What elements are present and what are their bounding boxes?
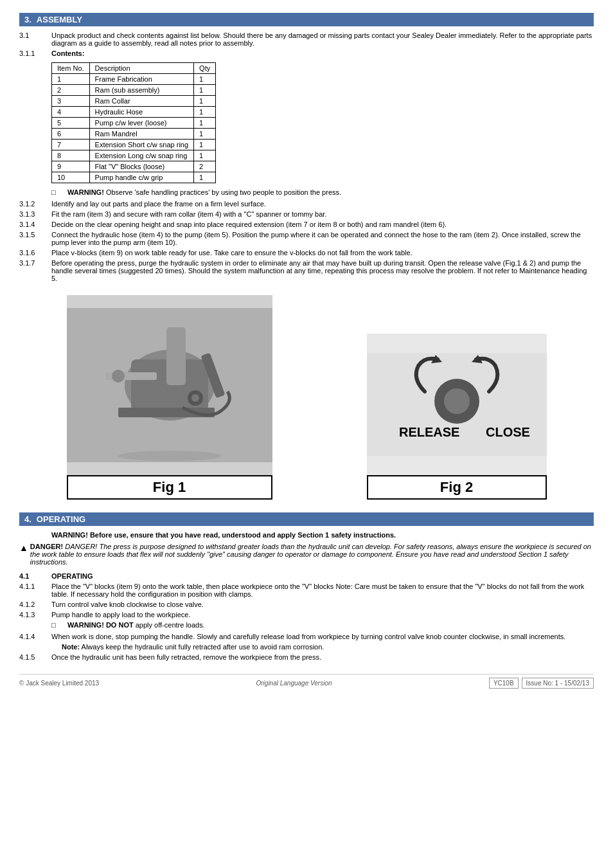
table-row: 4Hydraulic Hose1 <box>52 107 216 118</box>
svg-text:RELEASE: RELEASE <box>399 425 459 439</box>
section-4-steps: 4.1.1Place the "V" blocks (item 9) onto … <box>19 583 594 661</box>
svg-point-13 <box>444 388 470 414</box>
svg-rect-9 <box>118 408 215 417</box>
footer-right: YC10B Issue No: 1 - 15/02/13 <box>489 678 594 689</box>
footer-center: Original Language Version <box>256 680 332 687</box>
sub-title: OPERATING <box>51 572 594 580</box>
intro-num: 3.1 <box>19 32 51 47</box>
section-4-header: 4. OPERATING <box>19 512 594 526</box>
warning-main-text: WARNING! Before use, ensure that you hav… <box>51 531 594 539</box>
contents-label: Contents: <box>51 50 594 57</box>
step-para: 3.1.2Identify and lay out parts and plac… <box>19 200 594 208</box>
contents-num: 3.1.1 <box>19 50 51 57</box>
svg-rect-3 <box>166 327 186 385</box>
section-4-num: 4. <box>24 514 31 524</box>
fig1-svg <box>67 308 272 462</box>
warning-main: WARNING! Before use, ensure that you hav… <box>19 531 594 539</box>
warning-checkbox-text: WARNING! Observe 'safe handling practice… <box>67 188 594 196</box>
table-row: 1Frame Fabrication1 <box>52 74 216 85</box>
fig1-label: Fig 1 <box>67 475 272 500</box>
danger-text: DANGER! DANGER! The press is purpose des… <box>30 543 594 566</box>
note-para: Note: Always keep the hydraulic unit ful… <box>62 643 594 651</box>
table-row: 8Extension Long c/w snap ring1 <box>52 150 216 161</box>
intro-para: 3.1 Unpack product and check contents ag… <box>19 32 594 47</box>
footer-model: YC10B <box>489 678 519 689</box>
intro-text: Unpack product and check contents agains… <box>51 32 594 47</box>
warning-main-spacer <box>19 531 51 539</box>
step-para: 3.1.5Connect the hydraulic hose (item 4)… <box>19 231 594 246</box>
contents-table: Item No. Description Qty 1Frame Fabricat… <box>51 62 216 183</box>
step-para: 3.1.7Before operating the press, purge t… <box>19 259 594 282</box>
step-para: 4.1.5Once the hydraulic unit has been fu… <box>19 653 594 661</box>
fig2-image: RELEASE CLOSE <box>367 334 547 475</box>
section-3-num: 3. <box>24 15 31 24</box>
footer-issue: Issue No: 1 - 15/02/13 <box>522 678 594 689</box>
section-3-header: 3. ASSEMBLY <box>19 13 594 26</box>
table-row: 10Pump handle c/w grip1 <box>52 172 216 183</box>
fig2-svg: RELEASE CLOSE <box>367 353 547 456</box>
section-3: 3. ASSEMBLY 3.1 Unpack product and check… <box>19 13 594 282</box>
table-row: 3Ram Collar1 <box>52 96 216 107</box>
footer: © Jack Sealey Limited 2013 Original Lang… <box>19 674 594 689</box>
step-para: 3.1.4Decide on the clear opening height … <box>19 221 594 228</box>
col-desc: Description <box>89 63 194 74</box>
fig1-container: Fig 1 <box>67 295 272 500</box>
contents-para: 3.1.1 Contents: <box>19 50 594 57</box>
col-item: Item No. <box>52 63 90 74</box>
section-4-title: OPERATING <box>37 514 85 524</box>
section-4-content: WARNING! Before use, ensure that you hav… <box>19 531 594 661</box>
table-header-row: Item No. Description Qty <box>52 63 216 74</box>
table-row: 2Ram (sub assembly)1 <box>52 85 216 96</box>
fig1-image <box>67 295 272 475</box>
warning-do-not: □WARNING! DO NOT apply off-centre loads. <box>51 621 594 629</box>
step-para: 4.1.1Place the "V" blocks (item 9) onto … <box>19 583 594 598</box>
table-row: 9Flat "V" Blocks (loose)2 <box>52 161 216 172</box>
checkbox-icon: □ <box>51 188 64 196</box>
footer-left: © Jack Sealey Limited 2013 <box>19 680 99 687</box>
col-qty: Qty <box>194 63 216 74</box>
table-row: 6Ram Mandrel1 <box>52 129 216 140</box>
fig2-label: Fig 2 <box>367 475 547 500</box>
svg-text:CLOSE: CLOSE <box>486 425 530 439</box>
section-4: 4. OPERATING WARNING! Before use, ensure… <box>19 512 594 661</box>
svg-point-6 <box>112 370 125 383</box>
triangle-icon: ▲ <box>19 543 28 553</box>
table-row: 5Pump c/w lever (loose)1 <box>52 118 216 129</box>
table-row: 7Extension Short c/w snap ring1 <box>52 140 216 150</box>
section-3-steps: 3.1.2Identify and lay out parts and plac… <box>19 200 594 282</box>
step-para: 4.1.3Pump handle to apply load to the wo… <box>19 611 594 619</box>
section-3-title: ASSEMBLY <box>37 15 82 24</box>
figures-row: Fig 1 RELEASE CLOSE Fig 2 <box>19 295 594 500</box>
step-para: 3.1.3Fit the ram (item 3) and secure wit… <box>19 210 594 218</box>
step-para: 4.1.4When work is done, stop pumping the… <box>19 633 594 640</box>
danger-notice: ▲ DANGER! DANGER! The press is purpose d… <box>19 543 594 566</box>
svg-point-8 <box>191 394 199 402</box>
sub-section-41: 4.1 OPERATING <box>19 572 594 580</box>
step-para: 3.1.6Place v-blocks (item 9) on work tab… <box>19 249 594 257</box>
fig2-container: RELEASE CLOSE Fig 2 <box>367 334 547 500</box>
warning-checkbox-row: □ WARNING! Observe 'safe handling practi… <box>51 188 594 196</box>
section-3-content: 3.1 Unpack product and check contents ag… <box>19 32 594 282</box>
sub-num: 4.1 <box>19 572 51 580</box>
step-para: 4.1.2Turn control valve knob clockwise t… <box>19 601 594 608</box>
svg-point-10 <box>118 451 221 461</box>
